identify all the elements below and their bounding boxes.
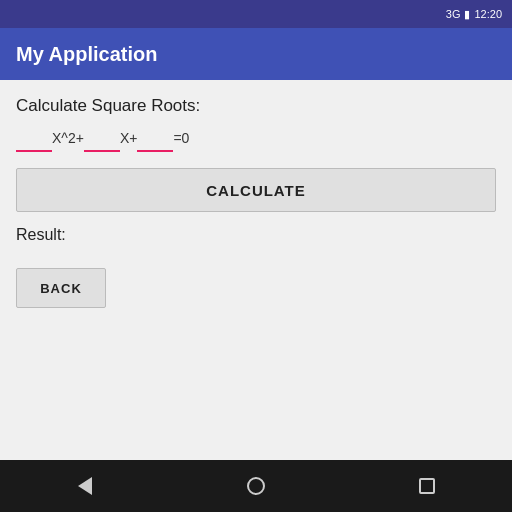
app-title: My Application [16,43,157,66]
equation-row: X^2+ X+ =0 [16,124,496,152]
signal-icon: 3G [446,8,461,20]
equation-part1: X^2+ [52,130,84,146]
calculate-button[interactable]: CALCULATE [16,168,496,212]
section-title: Calculate Square Roots: [16,96,496,116]
app-bar: My Application [0,28,512,80]
back-button[interactable]: BACK [16,268,106,308]
home-nav-button[interactable] [234,464,278,508]
recent-nav-icon [419,478,435,494]
recent-nav-button[interactable] [405,464,449,508]
result-label: Result: [16,226,496,244]
home-nav-icon [247,477,265,495]
status-bar: 3G ▮ 12:20 [0,0,512,28]
equation-part3: =0 [173,130,189,146]
coefficient-b-input[interactable] [84,124,120,152]
equation-part2: X+ [120,130,138,146]
battery-icon: ▮ [464,8,470,21]
main-content: Calculate Square Roots: X^2+ X+ =0 CALCU… [0,80,512,460]
coefficient-a-input[interactable] [16,124,52,152]
back-nav-button[interactable] [63,464,107,508]
status-icons: 3G ▮ 12:20 [446,8,502,21]
nav-bar [0,460,512,512]
coefficient-c-input[interactable] [137,124,173,152]
back-nav-icon [78,477,92,495]
clock: 12:20 [474,8,502,20]
